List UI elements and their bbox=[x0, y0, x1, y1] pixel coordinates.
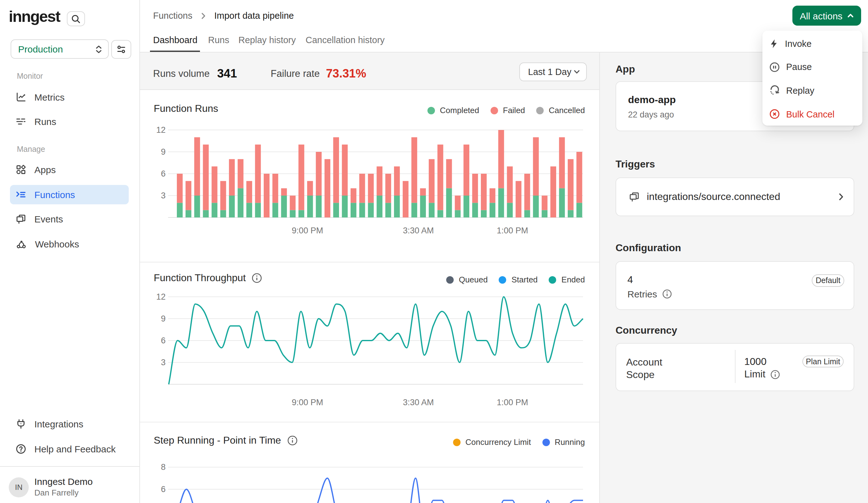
svg-text:8: 8 bbox=[161, 462, 166, 472]
svg-text:9: 9 bbox=[161, 314, 166, 324]
svg-text:9:00 PM: 9:00 PM bbox=[292, 398, 323, 407]
svg-text:12: 12 bbox=[156, 292, 166, 301]
svg-text:3:30 AM: 3:30 AM bbox=[403, 226, 434, 235]
svg-text:1:00 PM: 1:00 PM bbox=[497, 398, 528, 407]
svg-text:1:00 PM: 1:00 PM bbox=[497, 226, 528, 235]
svg-text:9: 9 bbox=[161, 147, 166, 156]
svg-text:12: 12 bbox=[156, 125, 166, 135]
svg-text:6: 6 bbox=[161, 484, 166, 494]
svg-text:6: 6 bbox=[161, 336, 166, 345]
svg-text:6: 6 bbox=[161, 169, 166, 178]
svg-text:3:30 AM: 3:30 AM bbox=[403, 398, 434, 407]
svg-text:3: 3 bbox=[161, 358, 166, 367]
svg-text:9:00 PM: 9:00 PM bbox=[292, 226, 323, 235]
svg-text:3: 3 bbox=[161, 191, 166, 200]
